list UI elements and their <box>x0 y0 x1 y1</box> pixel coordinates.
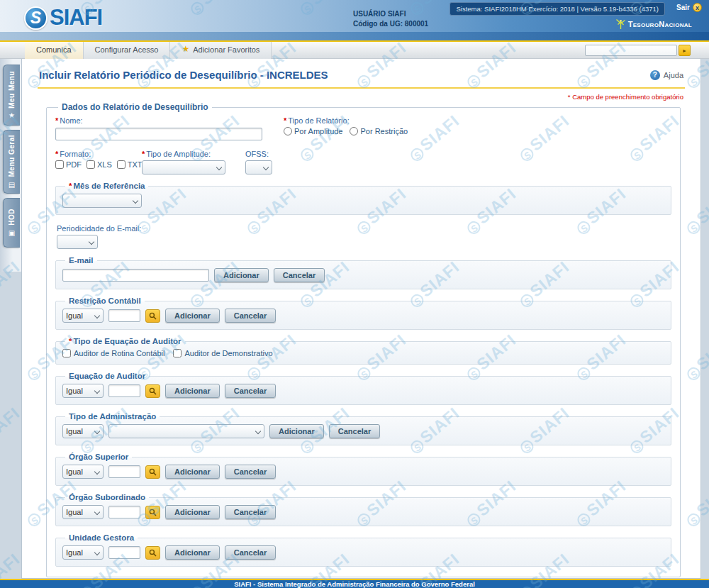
restricao-input[interactable] <box>108 309 140 322</box>
treasury-star-icon <box>615 18 626 30</box>
unidade-gestora-operator-select[interactable]: Igual <box>62 545 104 560</box>
email-section: E-mail Adicionar Cancelar <box>55 256 671 289</box>
administracao-select[interactable] <box>108 424 264 438</box>
unidade-gestora-adicionar-button[interactable]: Adicionar <box>165 545 220 560</box>
checkbox-label: TXT <box>128 160 143 169</box>
required-marker: * <box>55 150 58 158</box>
restricao-lookup-button[interactable] <box>145 309 160 323</box>
email-cancelar-button[interactable]: Cancelar <box>274 268 325 282</box>
checkbox-pdf[interactable]: PDF <box>55 160 82 169</box>
orgao-subordinado-input[interactable] <box>108 506 140 518</box>
required-marker: * <box>69 337 72 345</box>
nome-input[interactable] <box>55 128 262 140</box>
help-link[interactable]: ? Ajuda <box>650 70 683 80</box>
sidebar-item-menu-geral[interactable]: Menu Geral ▤ <box>3 130 20 194</box>
pdf-checkbox[interactable] <box>55 160 64 169</box>
unidade-gestora-cancelar-button[interactable]: Cancelar <box>225 545 276 560</box>
ofss-select[interactable] <box>245 160 272 174</box>
tipo-equacao-section: *Tipo de Equação de Auditor Auditor de R… <box>55 337 671 365</box>
orgao-superior-operator-select[interactable]: Igual <box>62 465 104 479</box>
tipo-equacao-legend: *Tipo de Equação de Auditor <box>65 337 185 345</box>
restricao-adicionar-button[interactable]: Adicionar <box>165 309 220 323</box>
administracao-operator-select-wrap: Igual <box>62 424 104 438</box>
equacao-operator-select[interactable]: Igual <box>62 384 104 398</box>
sidebar-item-meu-menu[interactable]: Meu Menu ★ <box>3 65 20 126</box>
tipo-amplitude-select[interactable] <box>142 160 225 174</box>
equacao-adicionar-button[interactable]: Adicionar <box>165 384 220 398</box>
restricao-contabil-legend: Restrição Contábil <box>65 296 145 305</box>
checkbox-auditor-demonstrativo[interactable]: Auditor de Demonstrativo <box>173 349 272 357</box>
tab-comunica[interactable]: Comunica <box>25 42 84 59</box>
search-input[interactable] <box>585 45 677 56</box>
unidade-gestora-input[interactable] <box>108 546 140 559</box>
magnifier-icon <box>149 312 157 320</box>
restricao-operator-select[interactable]: Igual <box>62 309 104 323</box>
tab-adicionar-favoritos[interactable]: ★ Adicionar Favoritos <box>170 42 272 59</box>
orgao-subordinado-operator-select[interactable]: Igual <box>62 505 104 519</box>
nome-label: *Nome: <box>55 116 284 125</box>
orgao-superior-lookup-button[interactable] <box>145 465 160 479</box>
checkbox-label: Auditor de Rotina Contábil <box>74 349 164 357</box>
administracao-operator-select[interactable]: Igual <box>62 424 104 438</box>
por-amplitude-radio[interactable] <box>284 127 292 135</box>
required-marker: * <box>142 150 145 158</box>
txt-checkbox[interactable] <box>117 160 125 169</box>
mes-referencia-select[interactable] <box>62 194 142 208</box>
monitor-icon: ▣ <box>9 229 15 237</box>
checkbox-label: PDF <box>66 160 82 169</box>
restricao-cancelar-button[interactable]: Cancelar <box>225 309 276 323</box>
xls-checkbox[interactable] <box>86 160 95 169</box>
email-adicionar-button[interactable]: Adicionar <box>214 268 269 282</box>
administracao-cancelar-button[interactable]: Cancelar <box>329 424 380 438</box>
equacao-operator-select-wrap: Igual <box>62 384 104 398</box>
orgao-subordinado-cancelar-button[interactable]: Cancelar <box>225 505 276 519</box>
required-marker: * <box>284 116 286 125</box>
orgao-subordinado-lookup-button[interactable] <box>145 506 160 519</box>
radio-por-amplitude[interactable]: Por Amplitude <box>284 127 342 135</box>
checkbox-auditor-rotina[interactable]: Auditor de Rotina Contábil <box>62 349 164 357</box>
equacao-input[interactable] <box>108 384 140 397</box>
periodicidade-select-wrap <box>57 235 98 249</box>
header-lower-strip <box>0 32 709 40</box>
page-title: Incluir Relatório Periódico de Desequilí… <box>39 69 328 81</box>
logout-button[interactable]: Sair x <box>676 3 702 12</box>
app-header: S SIAFI USUÁRIO SIAFI Código da UG: 8000… <box>0 0 709 40</box>
unidade-gestora-lookup-button[interactable] <box>145 546 160 560</box>
checkbox-txt[interactable]: TXT <box>117 160 143 169</box>
tipo-relatorio-label: *Tipo de Relatório: <box>284 116 408 125</box>
quick-search: ► <box>585 45 691 56</box>
checkbox-xls[interactable]: XLS <box>86 160 112 169</box>
ug-value: 800001 <box>405 20 428 28</box>
user-info: USUÁRIO SIAFI Código da UG: 800001 <box>353 9 428 29</box>
unidade-gestora-legend: Unidade Gestora <box>65 533 138 542</box>
auditor-rotina-checkbox[interactable] <box>62 349 71 357</box>
orgao-superior-cancelar-button[interactable]: Cancelar <box>225 465 276 479</box>
por-restricao-radio[interactable] <box>350 127 358 135</box>
orgao-superior-input[interactable] <box>108 465 140 478</box>
periodicidade-label: Periodicidade do E-mail: <box>57 224 671 233</box>
administracao-adicionar-button[interactable]: Adicionar <box>269 424 324 438</box>
mes-referencia-select-wrap <box>62 194 142 208</box>
periodicidade-select[interactable] <box>57 235 98 249</box>
equacao-cancelar-button[interactable]: Cancelar <box>225 384 276 398</box>
auditor-demonstrativo-checkbox[interactable] <box>173 349 182 357</box>
top-tabstrip: Comunica Configurar Acesso ★ Adicionar F… <box>0 40 709 59</box>
system-info: Sistema: SIAFI2018HM Exercício: 2018 | V… <box>450 2 665 16</box>
tipo-administracao-section: Tipo de Administração Igual Adicionar Ca… <box>55 412 671 445</box>
sidebar-item-hod[interactable]: HOD ▣ <box>3 198 20 248</box>
orgao-subordinado-adicionar-button[interactable]: Adicionar <box>165 505 220 519</box>
magnifier-icon <box>149 468 157 476</box>
orgao-superior-adicionar-button[interactable]: Adicionar <box>165 465 220 479</box>
ug-label: Código da UG: <box>353 20 403 28</box>
radio-por-restricao[interactable]: Por Restrição <box>350 127 408 135</box>
email-input[interactable] <box>62 269 209 282</box>
tab-configurar-acesso[interactable]: Configurar Acesso <box>84 42 171 59</box>
search-go-button[interactable]: ► <box>679 45 691 56</box>
sidebar-item-label: HOD <box>8 209 16 226</box>
equacao-lookup-button[interactable] <box>145 384 160 398</box>
left-sidebar: Meu Menu ★ Menu Geral ▤ HOD ▣ <box>0 59 21 272</box>
restricao-contabil-section: Restrição Contábil Igual Adicionar Cance… <box>55 296 671 330</box>
restricao-operator-select-wrap: Igual <box>62 309 104 323</box>
equacao-auditor-section: Equação de Auditor Igual Adicionar Cance… <box>55 372 671 405</box>
equacao-auditor-legend: Equação de Auditor <box>65 372 149 380</box>
